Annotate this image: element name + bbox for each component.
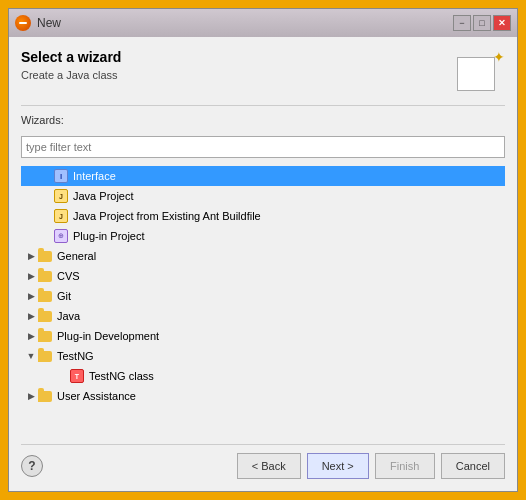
tree-item-java-project[interactable]: J Java Project xyxy=(21,186,505,206)
interface-icon: I xyxy=(53,168,69,184)
close-button[interactable]: ✕ xyxy=(493,15,511,31)
folder-cvs-icon xyxy=(37,268,53,284)
folder-general-icon xyxy=(37,248,53,264)
wizards-label: Wizards: xyxy=(21,114,505,126)
tree-item-plugin-dev[interactable]: ▶ Plug-in Development xyxy=(21,326,505,346)
item-label-plugin-project: Plug-in Project xyxy=(73,230,145,242)
finish-button[interactable]: Finish xyxy=(375,453,435,479)
tree-wrapper: I Interface J Java Project J xyxy=(21,166,505,436)
item-label-testng-class: TestNG class xyxy=(89,370,154,382)
tree-item-java[interactable]: ▶ Java xyxy=(21,306,505,326)
window-title: New xyxy=(37,16,61,30)
sparkle-icon: ✦ xyxy=(493,49,505,65)
tree-item-cvs[interactable]: ▶ CVS xyxy=(21,266,505,286)
tree-item-general[interactable]: ▶ General xyxy=(21,246,505,266)
item-label-git: Git xyxy=(57,290,71,302)
item-label-java-ant: Java Project from Existing Ant Buildfile xyxy=(73,210,261,222)
wizard-icon-box xyxy=(457,57,495,91)
tree-item-plugin-project[interactable]: ⊕ Plug-in Project xyxy=(21,226,505,246)
minimize-button[interactable]: − xyxy=(453,15,471,31)
expand-arrow-user-assistance: ▶ xyxy=(25,391,37,401)
testng-class-icon: T xyxy=(69,368,85,384)
filter-input[interactable] xyxy=(21,136,505,158)
tree-item-testng-class[interactable]: T TestNG class xyxy=(21,366,505,386)
back-button[interactable]: < Back xyxy=(237,453,301,479)
expand-arrow-git: ▶ xyxy=(25,291,37,301)
item-label-testng: TestNG xyxy=(57,350,94,362)
item-label-general: General xyxy=(57,250,96,262)
footer-left: ? xyxy=(21,455,43,477)
footer-buttons: < Back Next > Finish Cancel xyxy=(237,453,505,479)
tree-item-java-ant[interactable]: J Java Project from Existing Ant Buildfi… xyxy=(21,206,505,226)
footer-section: ? < Back Next > Finish Cancel xyxy=(21,444,505,479)
folder-plugin-dev-icon xyxy=(37,328,53,344)
folder-java-icon xyxy=(37,308,53,324)
item-label-java: Java xyxy=(57,310,80,322)
title-bar: New − □ ✕ xyxy=(9,9,517,37)
expand-arrow-plugin-dev: ▶ xyxy=(25,331,37,341)
page-title: Select a wizard xyxy=(21,49,121,65)
tree-item-user-assistance[interactable]: ▶ User Assistance xyxy=(21,386,505,406)
header-section: Select a wizard Create a Java class ✦ xyxy=(21,49,505,106)
wizard-icon: ✦ xyxy=(457,49,505,97)
folder-testng-icon xyxy=(37,348,53,364)
next-button[interactable]: Next > xyxy=(307,453,369,479)
java-ant-icon: J xyxy=(53,208,69,224)
folder-git-icon xyxy=(37,288,53,304)
item-label-user-assistance: User Assistance xyxy=(57,390,136,402)
maximize-button[interactable]: □ xyxy=(473,15,491,31)
content-area: Select a wizard Create a Java class ✦ Wi… xyxy=(9,37,517,491)
item-label-java-project: Java Project xyxy=(73,190,134,202)
header-text: Select a wizard Create a Java class xyxy=(21,49,121,81)
tree-item-git[interactable]: ▶ Git xyxy=(21,286,505,306)
item-label-interface: Interface xyxy=(73,170,116,182)
page-subtitle: Create a Java class xyxy=(21,69,121,81)
window-controls: − □ ✕ xyxy=(453,15,511,31)
item-label-plugin-dev: Plug-in Development xyxy=(57,330,159,342)
eclipse-icon xyxy=(15,15,31,31)
dialog-window: New − □ ✕ Select a wizard Create a Java … xyxy=(8,8,518,492)
tree-item-testng[interactable]: ▼ TestNG xyxy=(21,346,505,366)
folder-user-assistance-icon xyxy=(37,388,53,404)
java-icon: J xyxy=(53,188,69,204)
expand-arrow-general: ▶ xyxy=(25,251,37,261)
cancel-button[interactable]: Cancel xyxy=(441,453,505,479)
tree-container[interactable]: I Interface J Java Project J xyxy=(21,166,505,436)
item-label-cvs: CVS xyxy=(57,270,80,282)
title-bar-left: New xyxy=(15,15,61,31)
plugin-icon: ⊕ xyxy=(53,228,69,244)
help-button[interactable]: ? xyxy=(21,455,43,477)
expand-arrow-java: ▶ xyxy=(25,311,37,321)
tree-item-interface[interactable]: I Interface xyxy=(21,166,505,186)
expand-arrow-testng: ▼ xyxy=(25,351,37,361)
expand-arrow-cvs: ▶ xyxy=(25,271,37,281)
